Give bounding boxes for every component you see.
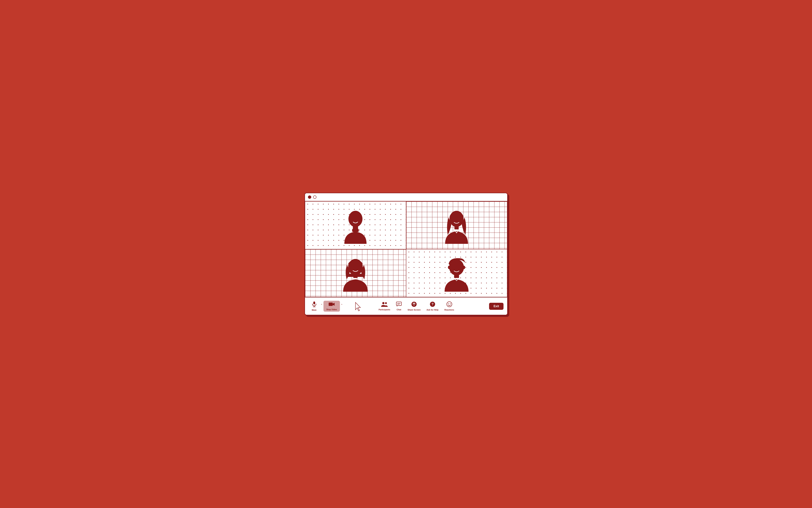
svg-point-24	[447, 302, 452, 307]
video-chevron[interactable]: ⌃	[340, 303, 343, 307]
mouse-cursor	[355, 302, 362, 313]
share-screen-button[interactable]: Share Screen	[405, 300, 423, 312]
avatar-1	[341, 207, 370, 244]
video-cell-3	[305, 249, 406, 297]
title-bar	[305, 193, 507, 201]
participants-button[interactable]: Participants	[376, 301, 393, 312]
reactions-label: Reactions	[444, 309, 454, 311]
minimize-button[interactable]	[313, 196, 317, 199]
svg-point-8	[449, 259, 464, 276]
avatar-3	[341, 255, 370, 292]
svg-point-0	[349, 211, 362, 227]
chat-icon	[396, 302, 402, 308]
stop-video-label: Stop Video	[326, 308, 337, 310]
svg-point-26	[450, 303, 451, 304]
svg-rect-18	[396, 302, 402, 305]
video-cell-4	[406, 249, 507, 297]
ask-for-help-button[interactable]: ? Ask for Help	[423, 300, 441, 312]
mute-label: Mute	[312, 309, 317, 311]
video-cell-2	[406, 201, 507, 249]
ask-for-help-label: Ask for Help	[427, 309, 439, 311]
exit-button[interactable]: Exit	[489, 303, 503, 310]
svg-rect-12	[313, 301, 315, 304]
svg-rect-15	[329, 303, 333, 306]
participants-label: Participants	[378, 308, 390, 311]
close-button[interactable]	[308, 196, 311, 199]
participants-icon	[381, 302, 388, 308]
camera-icon	[328, 302, 335, 307]
svg-point-16	[382, 302, 384, 304]
mute-chevron[interactable]: ⌃	[320, 303, 323, 307]
toolbar: Mute ⌃ Stop Video ⌃	[305, 297, 507, 315]
share-screen-label: Share Screen	[408, 309, 420, 311]
chat-label: Chat	[397, 308, 401, 311]
help-icon: ?	[430, 301, 435, 308]
share-screen-icon	[411, 301, 417, 308]
avatar-4	[442, 255, 471, 292]
chat-button[interactable]: Chat	[393, 301, 405, 312]
mic-icon	[312, 301, 317, 308]
svg-point-5	[348, 259, 363, 275]
video-grid	[305, 201, 507, 297]
svg-rect-4	[454, 226, 459, 229]
svg-rect-11	[454, 274, 459, 278]
svg-point-10	[463, 266, 465, 269]
app-window: Mute ⌃ Stop Video ⌃	[304, 193, 508, 315]
svg-point-9	[448, 266, 450, 269]
svg-rect-7	[354, 274, 358, 278]
video-cell-1	[305, 201, 406, 249]
svg-text:?: ?	[432, 302, 434, 306]
avatar-2	[442, 207, 471, 244]
reactions-icon	[447, 301, 452, 308]
svg-point-25	[448, 303, 449, 304]
svg-rect-2	[352, 229, 359, 232]
stop-video-button[interactable]: Stop Video	[323, 301, 340, 312]
svg-point-17	[385, 302, 387, 304]
reactions-button[interactable]: Reactions	[441, 300, 457, 312]
mute-button[interactable]: Mute	[309, 300, 320, 312]
